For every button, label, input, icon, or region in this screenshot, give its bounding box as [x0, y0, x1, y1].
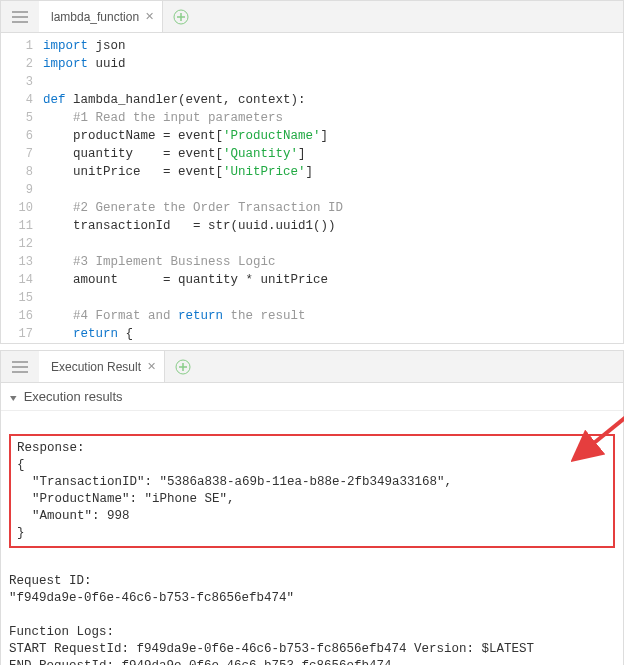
tab-execution-result[interactable]: Execution Result ✕: [39, 351, 165, 382]
request-id-label: Request ID:: [9, 574, 92, 588]
tab-label: Execution Result: [51, 360, 141, 374]
request-id-value: "f949da9e-0f6e-46c6-b753-fc8656efb474": [9, 591, 294, 605]
results-header-label: Execution results: [24, 389, 123, 404]
results-section-header[interactable]: Execution results: [1, 383, 623, 411]
close-icon[interactable]: ✕: [145, 10, 154, 23]
code-editor[interactable]: 1234567891011121314151617 import json im…: [1, 33, 623, 343]
code-content[interactable]: import json import uuid def lambda_handl…: [43, 37, 623, 343]
svg-rect-8: [12, 371, 28, 373]
svg-rect-2: [12, 21, 28, 23]
tab-lambda-function[interactable]: lambda_function ✕: [39, 1, 163, 32]
function-logs-label: Function Logs:: [9, 625, 114, 639]
tab-label: lambda_function: [51, 10, 139, 24]
svg-rect-7: [12, 366, 28, 368]
results-tab-bar: Execution Result ✕: [1, 351, 623, 383]
tab-bar-menu-icon[interactable]: [1, 11, 39, 23]
response-highlight-box: Response: { "TransactionID": "5386a838-a…: [9, 434, 615, 548]
svg-line-12: [589, 417, 624, 447]
svg-rect-0: [12, 11, 28, 13]
svg-rect-6: [12, 361, 28, 363]
arrow-annotation-icon: [571, 412, 624, 472]
function-logs: START RequestId: f949da9e-0f6e-46c6-b753…: [9, 642, 572, 665]
close-icon[interactable]: ✕: [147, 360, 156, 373]
add-tab-button[interactable]: [169, 5, 193, 29]
line-gutter: 1234567891011121314151617: [1, 37, 43, 343]
execution-results-panel: Execution Result ✕ Execution results Res…: [0, 350, 624, 665]
results-body: Response: { "TransactionID": "5386a838-a…: [1, 411, 623, 665]
editor-tab-bar: lambda_function ✕: [1, 1, 623, 33]
response-label: Response:: [17, 441, 85, 455]
svg-rect-1: [12, 16, 28, 18]
code-editor-panel: lambda_function ✕ 1234567891011121314151…: [0, 0, 624, 344]
response-json: { "TransactionID": "5386a838-a69b-11ea-b…: [17, 458, 452, 540]
tab-bar-menu-icon[interactable]: [1, 361, 39, 373]
add-tab-button[interactable]: [171, 355, 195, 379]
